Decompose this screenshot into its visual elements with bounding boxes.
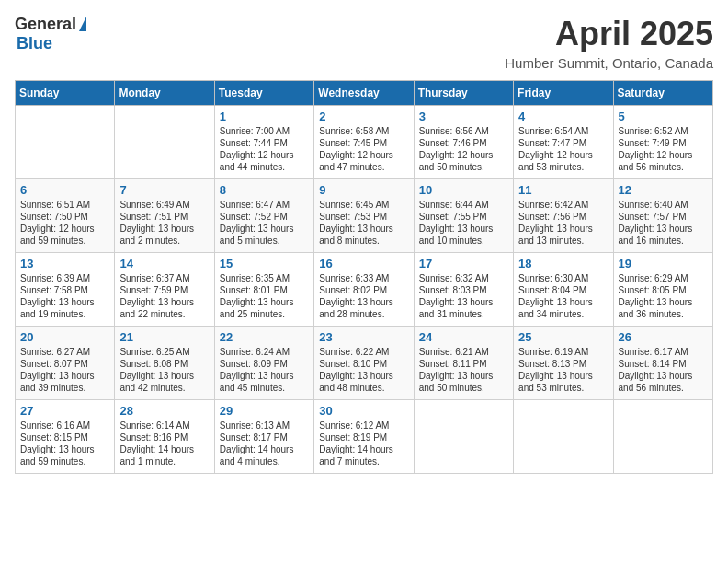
cell-content-line: Daylight: 14 hours and 7 minutes. (319, 443, 408, 467)
calendar-cell: 16Sunrise: 6:33 AMSunset: 8:02 PMDayligh… (314, 253, 414, 327)
cell-content-line: Sunset: 7:58 PM (20, 284, 109, 296)
cell-content-line: Sunset: 8:03 PM (419, 284, 508, 296)
day-number: 17 (419, 257, 508, 270)
day-number: 14 (119, 257, 209, 270)
cell-content-line: Sunset: 8:04 PM (518, 284, 608, 296)
cell-content-line: Sunrise: 6:30 AM (518, 272, 608, 284)
cell-content-line: Daylight: 13 hours and 13 minutes. (518, 223, 608, 247)
calendar-cell: 10Sunrise: 6:44 AMSunset: 7:55 PMDayligh… (414, 179, 513, 253)
calendar-cell: 12Sunrise: 6:40 AMSunset: 7:57 PMDayligh… (613, 179, 712, 253)
cell-content-line: Sunrise: 6:47 AM (220, 199, 309, 211)
calendar-cell: 9Sunrise: 6:45 AMSunset: 7:53 PMDaylight… (314, 179, 414, 253)
day-number: 6 (20, 183, 109, 197)
day-number: 3 (419, 109, 508, 123)
cell-content-line: Sunset: 7:56 PM (518, 211, 608, 223)
cell-content-line: Sunset: 8:07 PM (20, 358, 109, 370)
calendar-cell: 4Sunrise: 6:54 AMSunset: 7:47 PMDaylight… (514, 106, 613, 179)
day-number: 27 (20, 404, 109, 418)
cell-content-line: Sunset: 7:46 PM (419, 137, 508, 149)
cell-content-line: Daylight: 13 hours and 16 minutes. (619, 223, 708, 247)
cell-content-line: Daylight: 13 hours and 10 minutes. (419, 223, 508, 247)
day-number: 2 (319, 109, 408, 123)
cell-content-line: Sunset: 8:05 PM (619, 284, 708, 296)
column-header-monday: Monday (115, 81, 214, 106)
day-number: 7 (119, 183, 209, 197)
cell-content-line: Sunset: 8:08 PM (119, 358, 209, 370)
column-header-friday: Friday (514, 81, 613, 106)
calendar-cell: 24Sunrise: 6:21 AMSunset: 8:11 PMDayligh… (414, 327, 513, 400)
calendar-cell (514, 400, 613, 474)
title-area: April 2025 Humber Summit, Ontario, Canad… (505, 15, 713, 71)
cell-content-line: Sunrise: 6:32 AM (419, 272, 508, 284)
calendar-cell: 1Sunrise: 7:00 AMSunset: 7:44 PMDaylight… (214, 106, 313, 179)
day-number: 22 (220, 330, 309, 344)
day-number: 5 (619, 109, 708, 123)
calendar-cell: 8Sunrise: 6:47 AMSunset: 7:52 PMDaylight… (214, 179, 313, 253)
cell-content-line: Sunset: 7:59 PM (119, 284, 209, 296)
cell-content-line: Daylight: 13 hours and 53 minutes. (518, 370, 608, 394)
cell-content-line: Sunrise: 6:35 AM (220, 272, 309, 284)
column-header-thursday: Thursday (414, 81, 513, 106)
calendar-cell: 17Sunrise: 6:32 AMSunset: 8:03 PMDayligh… (414, 253, 513, 327)
cell-content-line: Sunrise: 6:16 AM (20, 419, 109, 431)
cell-content-line: Sunset: 8:10 PM (319, 358, 408, 370)
day-number: 12 (619, 183, 708, 197)
day-number: 4 (518, 109, 608, 123)
calendar-cell (115, 106, 214, 179)
calendar-cell: 27Sunrise: 6:16 AMSunset: 8:15 PMDayligh… (16, 400, 115, 474)
calendar-week-row: 1Sunrise: 7:00 AMSunset: 7:44 PMDaylight… (16, 106, 713, 179)
cell-content-line: Daylight: 13 hours and 25 minutes. (220, 296, 309, 320)
cell-content-line: Sunset: 8:19 PM (319, 431, 408, 443)
cell-content-line: Sunset: 8:16 PM (119, 431, 209, 443)
cell-content-line: Sunset: 8:11 PM (419, 358, 508, 370)
cell-content-line: Sunrise: 6:12 AM (319, 419, 408, 431)
cell-content-line: Sunrise: 6:27 AM (20, 346, 109, 358)
calendar-cell: 30Sunrise: 6:12 AMSunset: 8:19 PMDayligh… (314, 400, 414, 474)
cell-content-line: Daylight: 14 hours and 1 minute. (119, 443, 209, 467)
calendar-cell: 23Sunrise: 6:22 AMSunset: 8:10 PMDayligh… (314, 327, 414, 400)
day-number: 29 (220, 404, 309, 418)
calendar-week-row: 27Sunrise: 6:16 AMSunset: 8:15 PMDayligh… (16, 400, 713, 474)
cell-content-line: Sunrise: 6:52 AM (619, 125, 708, 137)
cell-content-line: Sunset: 8:02 PM (319, 284, 408, 296)
day-number: 19 (619, 257, 708, 270)
logo-triangle (79, 17, 86, 31)
column-header-sunday: Sunday (16, 81, 115, 106)
cell-content-line: Daylight: 13 hours and 34 minutes. (518, 296, 608, 320)
day-number: 20 (20, 330, 109, 344)
cell-content-line: Sunset: 7:49 PM (619, 137, 708, 149)
column-header-saturday: Saturday (613, 81, 712, 106)
calendar-cell (414, 400, 513, 474)
cell-content-line: Daylight: 13 hours and 2 minutes. (119, 223, 209, 247)
cell-content-line: Daylight: 13 hours and 59 minutes. (20, 443, 109, 467)
logo-blue-text: Blue (17, 34, 52, 53)
calendar-cell: 19Sunrise: 6:29 AMSunset: 8:05 PMDayligh… (613, 253, 712, 327)
cell-content-line: Sunset: 7:45 PM (319, 137, 408, 149)
calendar-cell: 18Sunrise: 6:30 AMSunset: 8:04 PMDayligh… (514, 253, 613, 327)
calendar-cell: 29Sunrise: 6:13 AMSunset: 8:17 PMDayligh… (214, 400, 313, 474)
header: General Blue April 2025 Humber Summit, O… (15, 15, 713, 71)
cell-content-line: Sunrise: 6:45 AM (319, 199, 408, 211)
cell-content-line: Daylight: 13 hours and 48 minutes. (319, 370, 408, 394)
calendar-subtitle: Humber Summit, Ontario, Canada (505, 55, 713, 71)
cell-content-line: Sunrise: 7:00 AM (220, 125, 309, 137)
calendar-cell: 20Sunrise: 6:27 AMSunset: 8:07 PMDayligh… (16, 327, 115, 400)
day-number: 25 (518, 330, 608, 344)
cell-content-line: Sunrise: 6:33 AM (319, 272, 408, 284)
cell-content-line: Daylight: 12 hours and 47 minutes. (319, 149, 408, 173)
day-number: 15 (220, 257, 309, 270)
cell-content-line: Sunrise: 6:49 AM (119, 199, 209, 211)
cell-content-line: Daylight: 12 hours and 44 minutes. (220, 149, 309, 173)
calendar-title: April 2025 (505, 15, 713, 53)
cell-content-line: Sunset: 7:52 PM (220, 211, 309, 223)
cell-content-line: Sunrise: 6:22 AM (319, 346, 408, 358)
day-number: 13 (20, 257, 109, 270)
cell-content-line: Sunrise: 6:24 AM (220, 346, 309, 358)
cell-content-line: Daylight: 13 hours and 45 minutes. (220, 370, 309, 394)
cell-content-line: Sunset: 7:51 PM (119, 211, 209, 223)
cell-content-line: Sunrise: 6:37 AM (119, 272, 209, 284)
logo-general-text: General (15, 15, 76, 34)
cell-content-line: Sunrise: 6:42 AM (518, 199, 608, 211)
cell-content-line: Sunset: 7:55 PM (419, 211, 508, 223)
cell-content-line: Daylight: 13 hours and 5 minutes. (220, 223, 309, 247)
